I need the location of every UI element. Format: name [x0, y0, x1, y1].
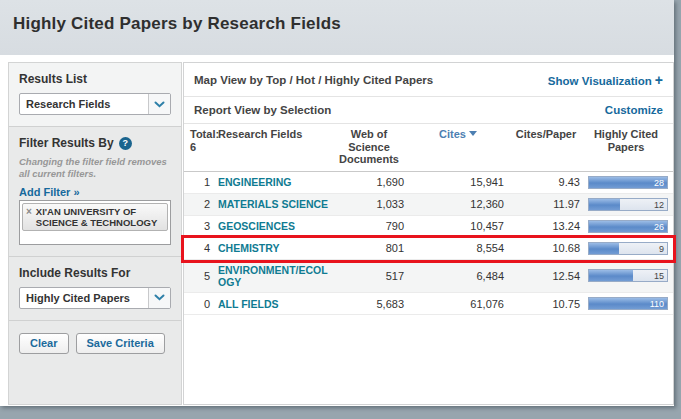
column-header-cites: Cites [408, 128, 508, 141]
highly-cited-bar: 110 [588, 297, 668, 310]
cell-highly-cited: 12 [584, 198, 668, 211]
cell-documents: 801 [330, 242, 408, 254]
field-link[interactable]: ENVIRONMENT/ECOLOGY [218, 264, 330, 288]
filter-by-title: Filter Results By ? [19, 136, 171, 150]
include-results-dropdown[interactable]: Highly Cited Papers [19, 287, 171, 309]
highly-cited-bar: 9 [588, 242, 668, 255]
cites-sort-link[interactable]: Cites [439, 128, 477, 140]
cell-cites-per-paper: 13.24 [508, 220, 584, 232]
bar-fill [589, 270, 633, 281]
table-row: 3 GEOSCIENCES 790 10,457 13.24 26 [184, 216, 673, 238]
cell-cites: 12,360 [408, 198, 508, 210]
sidebar: Results List Research Fields Filter Resu… [8, 62, 182, 405]
cell-field: CHEMISTRY [216, 242, 330, 254]
cell-rank: 5 [188, 270, 216, 282]
plus-icon: + [655, 72, 663, 88]
bar-value: 26 [654, 221, 664, 233]
table-header: Total: 6 Research Fields Web of Science … [184, 124, 673, 172]
column-header-research-fields: Research Fields [216, 128, 330, 141]
include-results-label: Include Results For [19, 266, 171, 280]
cell-highly-cited: 9 [584, 242, 668, 255]
column-header-highly-cited: Highly Cited Papers [584, 128, 668, 153]
bar-value: 15 [654, 270, 664, 282]
filter-help-text: Changing the filter field removes all cu… [19, 156, 171, 181]
map-view-title: Map View by Top / Hot / Highly Cited Pap… [194, 74, 433, 86]
report-view-title: Report View by Selection [194, 104, 331, 116]
filter-listbox: × XI'AN UNIVERSITY OF SCIENCE & TECHNOLO… [19, 200, 171, 245]
highly-cited-bar: 15 [588, 269, 668, 282]
help-icon[interactable]: ? [119, 137, 132, 150]
cell-cites: 61,076 [408, 298, 508, 310]
filter-section: Filter Results By ? Changing the filter … [9, 127, 181, 257]
cell-cites-per-paper: 11.97 [508, 198, 584, 210]
column-header-cites-per-paper: Cites/Paper [508, 128, 584, 141]
bar-value: 9 [659, 243, 664, 255]
include-results-section: Include Results For Highly Cited Papers [9, 257, 181, 321]
cell-cites: 15,941 [408, 176, 508, 188]
filter-chip-label: XI'AN UNIVERSITY OF SCIENCE & TECHNOLOGY [36, 206, 164, 229]
cell-cites-per-paper: 10.75 [508, 298, 584, 310]
cell-cites-per-paper: 12.54 [508, 270, 584, 282]
cell-documents: 1,033 [330, 198, 408, 210]
show-visualization-label: Show Visualization [548, 75, 652, 87]
table-row: 2 MATERIALS SCIENCE 1,033 12,360 11.97 1… [184, 194, 673, 216]
chevron-down-icon[interactable] [148, 94, 170, 114]
field-link[interactable]: ALL FIELDS [218, 298, 278, 310]
map-view-header: Map View by Top / Hot / Highly Cited Pap… [184, 63, 673, 97]
cell-highly-cited: 110 [584, 297, 668, 310]
bar-value: 12 [654, 199, 664, 211]
cell-field: ALL FIELDS [216, 298, 330, 310]
cell-rank: 1 [188, 176, 216, 188]
cell-highly-cited: 15 [584, 269, 668, 282]
bar-fill [589, 199, 620, 210]
save-criteria-button[interactable]: Save Criteria [76, 333, 165, 354]
results-list-dropdown[interactable]: Research Fields [19, 93, 171, 115]
cell-rank: 3 [188, 220, 216, 232]
cell-documents: 517 [330, 270, 408, 282]
cell-rank: 4 [188, 242, 216, 254]
column-header-documents: Web of Science Documents [330, 128, 408, 166]
cell-cites: 10,457 [408, 220, 508, 232]
cell-field: ENVIRONMENT/ECOLOGY [216, 264, 330, 288]
sort-desc-icon [469, 131, 477, 136]
remove-filter-icon[interactable]: × [26, 206, 32, 217]
table-row: 1 ENGINEERING 1,690 15,941 9.43 28 [184, 172, 673, 194]
field-link[interactable]: ENGINEERING [218, 176, 292, 188]
table-row: 0 ALL FIELDS 5,683 61,076 10.75 110 [184, 293, 673, 315]
table-row: 5 ENVIRONMENT/ECOLOGY 517 6,484 12.54 15 [184, 260, 673, 293]
cell-cites-per-paper: 9.43 [508, 176, 584, 188]
bar-value: 110 [650, 298, 664, 310]
title-band: Highly Cited Papers by Research Fields [0, 0, 674, 55]
field-link[interactable]: GEOSCIENCES [218, 220, 295, 232]
cell-rank: 0 [188, 298, 216, 310]
cell-field: GEOSCIENCES [216, 220, 330, 232]
highly-cited-bar: 26 [588, 220, 668, 233]
chevron-down-icon[interactable] [148, 288, 170, 308]
highly-cited-bar: 28 [588, 176, 668, 189]
sidebar-actions: Clear Save Criteria [9, 321, 181, 366]
cell-field: MATERIALS SCIENCE [216, 198, 330, 210]
show-visualization-link[interactable]: Show Visualization+ [548, 72, 663, 88]
total-label: Total: [190, 128, 210, 141]
table-row: 4 CHEMISTRY 801 8,554 10.68 9 [184, 238, 673, 260]
total-header: Total: 6 [188, 128, 216, 153]
cell-highly-cited: 26 [584, 220, 668, 233]
cell-cites: 8,554 [408, 242, 508, 254]
cell-rank: 2 [188, 198, 216, 210]
cell-field: ENGINEERING [216, 176, 330, 188]
filter-chip[interactable]: × XI'AN UNIVERSITY OF SCIENCE & TECHNOLO… [22, 203, 168, 232]
customize-link[interactable]: Customize [605, 104, 663, 116]
field-link[interactable]: MATERIALS SCIENCE [218, 198, 328, 210]
app-window: Highly Cited Papers by Research Fields R… [0, 0, 674, 406]
clear-button[interactable]: Clear [19, 333, 69, 354]
cell-documents: 5,683 [330, 298, 408, 310]
cell-documents: 790 [330, 220, 408, 232]
results-list-section: Results List Research Fields [9, 63, 181, 127]
cell-documents: 1,690 [330, 176, 408, 188]
cell-highly-cited: 28 [584, 176, 668, 189]
field-link[interactable]: CHEMISTRY [218, 242, 279, 254]
main-panel: Map View by Top / Hot / Highly Cited Pap… [183, 62, 674, 405]
bar-fill [589, 243, 619, 254]
total-value: 6 [190, 141, 210, 154]
add-filter-link[interactable]: Add Filter » [19, 186, 80, 198]
